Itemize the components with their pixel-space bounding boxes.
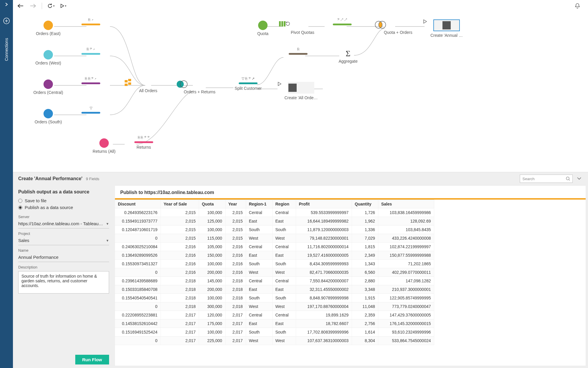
svg-rect-6 [83, 139, 85, 140]
svg-rect-11 [125, 84, 128, 86]
svg-rect-10 [128, 79, 131, 81]
node-orders-west[interactable]: Orders (West) [25, 50, 72, 65]
preview-table[interactable]: DiscountYear of SaleQuotaYearRegion-1Reg… [115, 200, 434, 345]
table-row[interactable]: 0.150331858407082,018200,0002,018EastEas… [115, 285, 434, 294]
table-row[interactable]: 0.159491193737772,015125,0002,015EastEas… [115, 217, 434, 226]
expand-pane-button[interactable] [576, 175, 583, 182]
table-row[interactable]: 02,018300,0002,018WestWest197,170.887600… [115, 302, 434, 311]
svg-rect-2 [25, 51, 29, 54]
play-icon [278, 82, 282, 86]
table-row[interactable]: 0.151694915254242,017100,0002,017SouthSo… [115, 328, 434, 336]
left-rail: Connections [0, 0, 13, 368]
node-all-orders[interactable]: All Orders [125, 79, 172, 93]
top-toolbar: ▾ ▾ [13, 0, 588, 12]
table-row[interactable]: 0.120487106017192,015100,0002,015SouthSo… [115, 226, 434, 234]
description-textarea[interactable]: Source of truth for information on home … [18, 271, 109, 294]
svg-rect-17 [279, 21, 281, 26]
table-row[interactable]: 0.155405405405412,018100,0002,018SouthSo… [115, 294, 434, 302]
svg-rect-16 [240, 22, 243, 25]
column-header[interactable]: Region-1 [246, 200, 272, 208]
back-button[interactable] [17, 2, 24, 9]
output-preview-pane: Publish to https://10az.online.tableau.c… [114, 185, 586, 366]
node-orders-central[interactable]: Orders (Central) [25, 79, 72, 95]
divider [42, 3, 42, 9]
name-input[interactable]: Annual Performance [18, 253, 109, 262]
step-orders-central[interactable]: ⎘ ⎘ 𝄢 ↗ [72, 77, 110, 86]
step-clean-quotas[interactable]: 𝄢 ↗ ↗ [325, 18, 360, 27]
node-orders-returns[interactable]: Orders + Returns [176, 80, 223, 94]
svg-point-23 [566, 177, 569, 180]
svg-rect-7 [81, 141, 83, 142]
config-heading: Publish output as a data source [18, 189, 109, 195]
node-quota-orders[interactable]: Quota + Orders [375, 21, 422, 35]
svg-rect-12 [128, 82, 131, 85]
server-label: Server [18, 215, 109, 219]
svg-rect-1 [25, 22, 29, 25]
node-pivot-quotas[interactable]: Pivot Quotas [279, 21, 326, 35]
column-header[interactable]: Quantity [352, 200, 378, 208]
project-label: Project [18, 231, 109, 236]
field-count: 9 Fields [86, 177, 99, 181]
add-connection-button[interactable] [0, 18, 13, 24]
step-orders-east[interactable]: ⎘ ↗ [72, 18, 110, 27]
table-row[interactable]: 0.240630252100842,016105,0002,016Central… [115, 243, 434, 251]
flow-canvas[interactable]: Orders (East) ⎘ ↗ Orders (West) ⎘ 𝄢 ↗ Or… [13, 12, 588, 171]
connections-label: Connections [4, 38, 9, 61]
table-row[interactable]: 0.145381526104422,017175,0002,017EastEas… [115, 319, 434, 328]
column-header[interactable]: Profit [296, 200, 352, 208]
column-header[interactable]: Year of Sale [161, 200, 199, 208]
svg-rect-19 [284, 21, 285, 26]
svg-rect-3 [25, 81, 29, 84]
node-orders-south[interactable]: Orders (South) [25, 109, 72, 124]
table-row[interactable]: 0.26493562231762,015100,0002,015CentralC… [115, 208, 434, 217]
output-config-pane: Publish output as a data source Save to … [13, 185, 114, 368]
radio-publish-as-data-source[interactable]: Publish as a data source [18, 205, 109, 210]
svg-rect-8 [83, 141, 85, 142]
column-header[interactable]: Sales [378, 200, 434, 208]
table-row[interactable]: 02,016200,0002,016WestWest82,471.7066000… [115, 268, 434, 277]
play-icon [423, 19, 427, 24]
svg-rect-5 [81, 139, 83, 140]
output-step-title: Create 'Annual Performance' [18, 176, 82, 181]
step-split-customer[interactable]: ▽ ⎘ 𝄢 ↗ Split Customer [225, 77, 272, 91]
step-clean-split[interactable]: ⎘ [280, 47, 316, 57]
node-returns-all[interactable]: Returns (All) [81, 138, 128, 154]
profile-pane: Create 'Annual Performance' 9 Fields Sea… [13, 172, 588, 368]
notifications-icon[interactable] [574, 2, 581, 9]
search-icon [566, 177, 570, 181]
run-flow-toolbar-button[interactable]: ▾ [60, 2, 67, 9]
node-create-all-orders[interactable]: Create 'All Orde… [278, 82, 325, 100]
table-row[interactable]: 02,017225,0002,017WestWest107,637.363100… [115, 336, 434, 345]
table-row[interactable]: 0.239614395886892,018145,0002,018Central… [115, 277, 434, 285]
table-row[interactable]: 0.155309734513272,016100,0002,016SouthSo… [115, 260, 434, 268]
collapse-rail-button[interactable] [0, 0, 13, 9]
svg-rect-18 [281, 21, 283, 26]
run-flow-button[interactable]: Run Flow [75, 355, 109, 364]
step-returns[interactable]: ⎘ ⎘ 𝄢 𝄢 Returns [125, 135, 163, 150]
radio-save-to-file[interactable]: Save to file [18, 198, 109, 203]
node-orders-east[interactable]: Orders (East) [25, 21, 72, 36]
column-header[interactable]: Quota [199, 200, 225, 208]
table-row[interactable]: 0.222089552238812,017120,0002,017Central… [115, 311, 434, 319]
refresh-button[interactable]: ▾ [47, 2, 54, 9]
description-label: Description [18, 265, 109, 269]
server-select[interactable]: https://10az.online.tableau.com - Tablea… [18, 219, 109, 228]
publish-target-title: Publish to https://10az.online.tableau.c… [115, 186, 586, 198]
forward-button[interactable] [29, 2, 36, 9]
search-input[interactable]: Search [520, 175, 573, 183]
node-create-annual[interactable]: Create 'Annual … [423, 19, 470, 38]
column-header[interactable]: Region [272, 200, 296, 208]
node-aggregate[interactable]: Σ Aggregate [325, 49, 372, 64]
column-header[interactable]: Discount [115, 200, 161, 208]
profile-header: Create 'Annual Performance' 9 Fields Sea… [13, 172, 588, 185]
table-row[interactable]: 02,015115,0002,015WestWest79,148.8223000… [115, 234, 434, 243]
step-orders-south[interactable]: ▽ [72, 106, 110, 115]
svg-rect-9 [125, 80, 128, 82]
table-row[interactable]: 0.136492890995262,016150,0002,016EastEas… [115, 251, 434, 260]
project-select[interactable]: Sales▼ [18, 236, 109, 245]
column-header[interactable]: Year [225, 200, 246, 208]
step-orders-west[interactable]: ⎘ 𝄢 ↗ [72, 47, 110, 57]
name-label: Name [18, 248, 109, 253]
